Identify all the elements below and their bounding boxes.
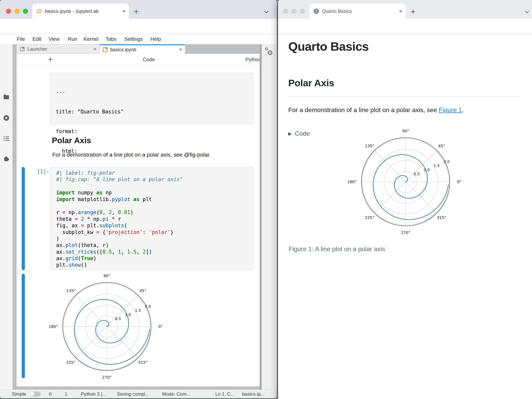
running-kernels-icon[interactable] bbox=[3, 114, 10, 122]
svg-text:45°: 45° bbox=[139, 288, 146, 293]
browser-toolbar: ← → localhost:4479 bbox=[278, 19, 532, 34]
menu-help[interactable]: Help bbox=[151, 34, 161, 44]
insert-cell-icon[interactable]: + bbox=[48, 54, 53, 65]
code-line: ax.grid(True) bbox=[56, 255, 253, 262]
menu-kernel[interactable]: Kernel bbox=[84, 34, 98, 44]
input-collapser[interactable] bbox=[22, 167, 25, 270]
jupyterlab-menubar: File Edit View Run Kernel Tabs Settings … bbox=[0, 34, 277, 44]
code-line: ax.set_rticks([0.5, 1, 1.5, 2]) bbox=[56, 249, 253, 255]
browser-tab[interactable]: basics.ipynb - JupyterLab × bbox=[32, 4, 129, 19]
svg-text:1.0: 1.0 bbox=[424, 168, 430, 172]
svg-text:0°: 0° bbox=[457, 179, 462, 184]
polar-plot-figure: 0°45°90°135°180°225°270°315°0.51.01.52.0 bbox=[352, 129, 459, 235]
cursor-position[interactable]: Ln 1, C... bbox=[215, 390, 234, 398]
new-tab-button[interactable]: + bbox=[134, 7, 139, 17]
execution-count: [1]: bbox=[30, 169, 49, 174]
menu-edit[interactable]: Edit bbox=[32, 34, 41, 44]
code-line: r = np.arange(0, 2, 0.01) bbox=[56, 209, 253, 216]
svg-text:90°: 90° bbox=[103, 273, 110, 278]
command-mode-status[interactable]: Mode: Com... bbox=[162, 390, 190, 398]
code-line: import numpy as np bbox=[56, 190, 253, 196]
figure-1-link[interactable]: Figure 1 bbox=[439, 106, 462, 113]
close-window-button[interactable] bbox=[6, 9, 11, 14]
quarto-browser-window: Quarto Basics × + ← → localhost:4479 Qua… bbox=[278, 0, 532, 399]
menu-view[interactable]: View bbox=[49, 34, 60, 44]
kernel-count[interactable]: 1 bbox=[65, 390, 67, 398]
svg-text:135°: 135° bbox=[66, 288, 76, 293]
notebook-toolbar: + Code Python 3 bbox=[17, 54, 260, 65]
figure-caption: Figure 1: A line plot on a polar axis bbox=[289, 246, 385, 253]
code-line: ) bbox=[56, 236, 253, 242]
svg-text:180°: 180° bbox=[49, 324, 58, 329]
file-browser-icon[interactable] bbox=[3, 93, 10, 100]
tab-search-chevron-icon[interactable] bbox=[524, 9, 530, 15]
code-cell-editor[interactable]: #| label: fig-polar#| fig-cap: "A line p… bbox=[50, 167, 253, 270]
disclosure-triangle-icon: ▶ bbox=[288, 131, 292, 136]
svg-text:315°: 315° bbox=[138, 360, 147, 365]
close-tab-icon[interactable]: × bbox=[399, 8, 402, 14]
menu-run[interactable]: Run bbox=[68, 34, 77, 44]
markdown-paragraph: For a demonstration of a line plot on a … bbox=[52, 152, 211, 158]
code-line bbox=[56, 183, 253, 190]
section-divider bbox=[288, 97, 520, 97]
new-tab-button[interactable]: + bbox=[411, 7, 416, 17]
svg-text:2.0: 2.0 bbox=[145, 304, 151, 308]
simple-mode-toggle[interactable] bbox=[30, 392, 41, 397]
body-paragraph: For a demonstration of a line plot on a … bbox=[288, 106, 464, 114]
right-sidebar: ⚙ ⚙ bbox=[262, 44, 276, 390]
section-heading: Polar Axis bbox=[288, 78, 334, 88]
code-line: plt.show() bbox=[56, 262, 253, 268]
svg-text:180°: 180° bbox=[347, 179, 357, 184]
menu-file[interactable]: File bbox=[17, 34, 25, 44]
zoom-window-button[interactable] bbox=[23, 9, 28, 14]
svg-text:90°: 90° bbox=[402, 129, 409, 133]
tab-search-chevron-icon[interactable] bbox=[263, 9, 270, 15]
menu-tabs[interactable]: Tabs bbox=[106, 34, 117, 44]
svg-text:1.5: 1.5 bbox=[434, 163, 439, 168]
notebook-scroll-area[interactable]: --- title: "Quarto Basics" format: html:… bbox=[17, 65, 260, 387]
svg-text:0°: 0° bbox=[158, 324, 163, 329]
svg-text:0.5: 0.5 bbox=[414, 172, 420, 176]
zoom-window-button[interactable] bbox=[300, 9, 305, 14]
svg-text:315°: 315° bbox=[437, 215, 446, 220]
markdown-heading: Polar Axis bbox=[52, 136, 91, 145]
page-title: Quarto Basics bbox=[288, 39, 368, 53]
code-line: import matplotlib.pyplot as plt bbox=[56, 196, 253, 203]
code-line: ax.plot(theta, r) bbox=[56, 242, 253, 249]
simple-mode-label: Simple bbox=[12, 390, 26, 398]
raw-cell-yaml[interactable]: --- title: "Quarto Basics" format: html:… bbox=[50, 73, 253, 124]
tab-title: Quarto Basics bbox=[322, 8, 399, 14]
code-line: #| label: fig-polar bbox=[56, 170, 253, 176]
svg-text:135°: 135° bbox=[365, 144, 374, 148]
statusbar-filename: basics.ip... bbox=[242, 390, 264, 398]
extension-manager-icon[interactable] bbox=[3, 155, 10, 162]
code-line bbox=[56, 203, 253, 209]
table-of-contents-icon[interactable] bbox=[3, 135, 10, 142]
kernel-name[interactable]: Python 3 bbox=[245, 54, 261, 65]
minimize-window-button[interactable] bbox=[14, 9, 19, 14]
output-collapser[interactable] bbox=[22, 274, 25, 378]
globe-icon bbox=[313, 8, 319, 14]
terminal-count[interactable]: 0 bbox=[49, 390, 51, 398]
minimize-window-button[interactable] bbox=[291, 9, 297, 14]
code-line: subplot_kw = {'projection': 'polar'} bbox=[56, 229, 253, 236]
code-line: #| fig-cap: "A line plot on a polar axis… bbox=[56, 176, 253, 183]
sidebar-divider[interactable] bbox=[260, 44, 262, 390]
code-fold-summary[interactable]: ▶ Code bbox=[288, 130, 310, 137]
jupyter-favicon bbox=[36, 8, 42, 14]
saving-status: Saving compl... bbox=[117, 390, 149, 398]
property-inspector-gear-icon[interactable]: ⚙ bbox=[267, 49, 273, 56]
browser-toolbar: ← → localhost:8888/lab/tree/basics.ipynb bbox=[0, 19, 277, 34]
jupyterlab-statusbar: Simple 0 $_ 1 Python 3 |... Saving compl… bbox=[0, 390, 277, 398]
left-sidebar bbox=[0, 44, 13, 390]
menu-settings[interactable]: Settings bbox=[124, 34, 143, 44]
svg-text:1.0: 1.0 bbox=[125, 312, 131, 317]
browser-tab[interactable]: Quarto Basics × bbox=[310, 4, 405, 19]
browser-tab-strip: Quarto Basics × + bbox=[278, 0, 532, 19]
jupyterlab-browser-window: basics.ipynb - JupyterLab × + ← → localh… bbox=[0, 0, 277, 398]
cell-type-dropdown[interactable]: Code bbox=[143, 54, 155, 65]
kernel-status-text[interactable]: Python 3 |... bbox=[81, 390, 106, 398]
close-tab-icon[interactable]: × bbox=[122, 8, 126, 14]
close-window-button[interactable] bbox=[283, 9, 288, 14]
polar-plot-output: 0°45°90°135°180°225°270°315°0.51.01.52.0 bbox=[54, 273, 160, 380]
